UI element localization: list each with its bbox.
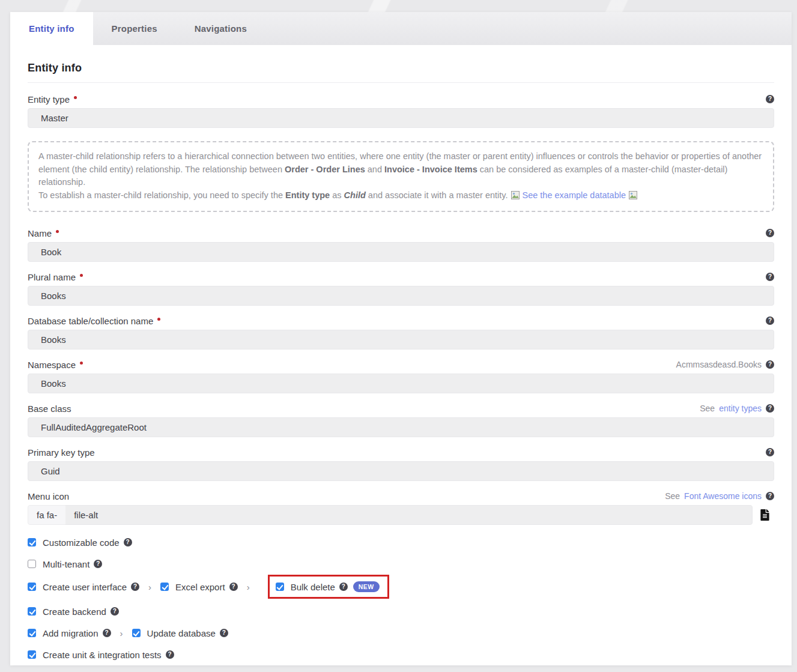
help-icon[interactable]: ? bbox=[766, 316, 774, 325]
row-create-user-interface-chain: Create user interface ? › Excel export ?… bbox=[28, 573, 774, 601]
help-icon[interactable]: ? bbox=[220, 629, 228, 637]
bulk-delete-label: Bulk delete bbox=[291, 582, 335, 592]
font-awesome-icons-link[interactable]: Font Awesome icons bbox=[684, 491, 762, 501]
help-icon[interactable]: ? bbox=[766, 95, 774, 103]
info-bold-invoice-items: Invoice - Invoice Items bbox=[384, 165, 477, 174]
chevron-right-icon: › bbox=[247, 582, 250, 592]
excel-export-checkbox[interactable] bbox=[160, 583, 169, 591]
multi-tenant-label: Multi-tenant bbox=[43, 559, 89, 569]
menu-icon-input[interactable] bbox=[65, 505, 753, 525]
field-name: Name ? bbox=[28, 226, 774, 262]
customizable-code-label: Customizable code bbox=[43, 537, 120, 548]
help-icon[interactable]: ? bbox=[166, 650, 174, 659]
chevron-right-icon: › bbox=[148, 582, 151, 592]
tab-entity-info-label: Entity info bbox=[29, 23, 74, 34]
help-icon[interactable]: ? bbox=[339, 583, 348, 591]
field-db-table-name: Database table/collection name ? bbox=[28, 314, 774, 350]
card-body: Entity info Entity type ? A master-child… bbox=[10, 45, 792, 661]
base-class-hint-prefix: See bbox=[700, 404, 715, 413]
row-multi-tenant: Multi-tenant ? bbox=[28, 557, 774, 571]
name-input[interactable] bbox=[28, 242, 774, 262]
field-base-class: Base class See entity types ? bbox=[28, 402, 774, 437]
chevron-right-icon: › bbox=[120, 628, 123, 638]
required-dot bbox=[74, 96, 77, 99]
help-icon[interactable]: ? bbox=[131, 583, 139, 591]
db-table-name-input[interactable] bbox=[28, 330, 774, 350]
plural-name-input[interactable] bbox=[28, 286, 774, 306]
help-icon[interactable]: ? bbox=[766, 229, 774, 237]
excel-export-label: Excel export bbox=[175, 582, 225, 592]
bulk-delete-highlight-box: Bulk delete ? NEW bbox=[268, 575, 389, 599]
menu-icon-label: Menu icon bbox=[28, 491, 69, 501]
field-namespace: Namespace Acmmsasdeasd.Books ? bbox=[28, 358, 774, 393]
new-badge: NEW bbox=[353, 581, 380, 592]
example-datatable-link[interactable]: See the example datatable bbox=[523, 190, 626, 200]
info-bold-order-lines: Order - Order Lines bbox=[285, 165, 365, 174]
namespace-input[interactable] bbox=[28, 374, 774, 393]
info-text: and bbox=[365, 165, 384, 174]
base-class-label: Base class bbox=[28, 404, 71, 414]
required-dot bbox=[157, 318, 160, 321]
namespace-label: Namespace bbox=[28, 360, 76, 370]
field-plural-name: Plural name ? bbox=[28, 270, 774, 306]
menu-icon-input-group: fa fa- bbox=[28, 505, 753, 525]
bulk-delete-checkbox[interactable] bbox=[276, 583, 284, 591]
info-bolditalic-child: Child bbox=[344, 190, 366, 200]
menu-icon-hint-prefix: See bbox=[665, 491, 680, 501]
help-icon[interactable]: ? bbox=[103, 629, 111, 637]
help-icon[interactable]: ? bbox=[124, 538, 132, 546]
field-entity-type: Entity type ? bbox=[28, 92, 774, 128]
row-create-backend: Create backend ? bbox=[28, 605, 774, 618]
plural-name-label: Plural name bbox=[28, 272, 76, 282]
update-database-label: Update database bbox=[147, 628, 216, 638]
master-child-info-box: A master-child relationship refers to a … bbox=[28, 141, 774, 212]
file-alt-icon bbox=[760, 509, 769, 521]
help-icon[interactable]: ? bbox=[111, 607, 119, 616]
tab-bar: Entity info Properties Navigations bbox=[10, 12, 792, 45]
info-bold-entity-type: Entity type bbox=[285, 190, 330, 200]
required-dot bbox=[56, 230, 59, 233]
entity-types-link[interactable]: entity types bbox=[719, 404, 762, 413]
tab-properties-label: Properties bbox=[112, 23, 157, 34]
field-menu-icon: Menu icon See Font Awesome icons ? fa fa… bbox=[28, 489, 774, 525]
field-primary-key-type: Primary key type ? bbox=[28, 446, 774, 481]
page-title: Entity info bbox=[28, 62, 774, 74]
help-icon[interactable]: ? bbox=[766, 273, 774, 281]
info-text: as bbox=[330, 190, 344, 200]
row-customizable-code: Customizable code ? bbox=[28, 536, 774, 549]
info-paragraph-1: A master-child relationship refers to a … bbox=[38, 150, 763, 189]
help-icon[interactable]: ? bbox=[766, 404, 774, 413]
base-class-input[interactable] bbox=[28, 417, 774, 437]
create-backend-checkbox[interactable] bbox=[28, 607, 36, 616]
row-add-migration-chain: Add migration ? › Update database ? bbox=[28, 626, 774, 640]
entity-type-input[interactable] bbox=[28, 108, 774, 128]
help-icon[interactable]: ? bbox=[229, 583, 238, 591]
create-user-interface-checkbox[interactable] bbox=[28, 583, 36, 591]
tab-entity-info[interactable]: Entity info bbox=[10, 12, 93, 45]
primary-key-type-label: Primary key type bbox=[28, 447, 95, 458]
primary-key-type-input[interactable] bbox=[28, 461, 774, 481]
row-unit-tests: Create unit & integration tests ? bbox=[28, 648, 774, 661]
required-dot bbox=[80, 274, 83, 277]
info-paragraph-2: To establish a master-child relationship… bbox=[38, 189, 763, 204]
help-icon[interactable]: ? bbox=[766, 360, 774, 369]
tab-navigations[interactable]: Navigations bbox=[176, 12, 265, 45]
tab-navigations-label: Navigations bbox=[195, 23, 247, 34]
add-migration-label: Add migration bbox=[43, 628, 98, 638]
entity-form-card: Entity info Properties Navigations Entit… bbox=[10, 12, 792, 665]
help-icon[interactable]: ? bbox=[766, 492, 774, 500]
db-table-name-label: Database table/collection name bbox=[28, 316, 153, 326]
customizable-code-checkbox[interactable] bbox=[28, 538, 36, 546]
help-icon[interactable]: ? bbox=[94, 560, 102, 568]
create-backend-label: Create backend bbox=[43, 607, 106, 617]
create-user-interface-label: Create user interface bbox=[43, 582, 127, 592]
update-database-checkbox[interactable] bbox=[132, 629, 141, 637]
namespace-hint: Acmmsasdeasd.Books bbox=[676, 360, 762, 369]
name-label: Name bbox=[28, 228, 52, 238]
image-thumbnail-icon bbox=[511, 190, 520, 204]
help-icon[interactable]: ? bbox=[766, 448, 774, 456]
multi-tenant-checkbox[interactable] bbox=[28, 560, 36, 568]
unit-tests-checkbox[interactable] bbox=[28, 650, 36, 659]
add-migration-checkbox[interactable] bbox=[28, 629, 36, 637]
tab-properties[interactable]: Properties bbox=[93, 12, 176, 45]
